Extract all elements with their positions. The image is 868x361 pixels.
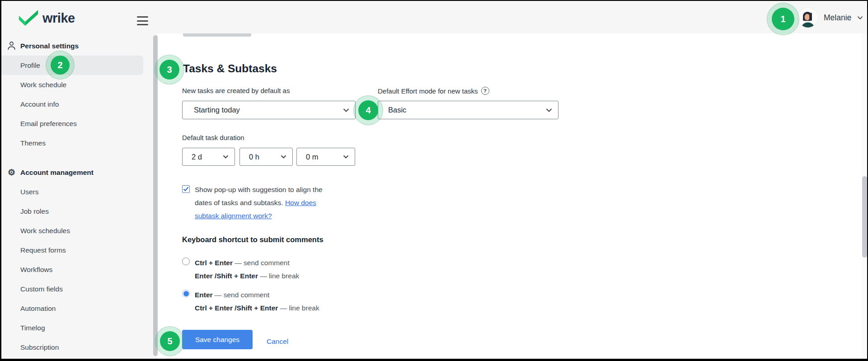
page-title: Tasks & Subtasks	[183, 62, 277, 75]
annotation-badge-2: 2	[46, 51, 75, 80]
sidebar-item-email-preferences[interactable]: Email preferences	[1, 114, 143, 133]
new-tasks-default-label: New tasks are created by default as	[182, 87, 290, 94]
sidebar-item-subscription[interactable]: Subscription	[1, 338, 143, 357]
chevron-down-icon	[343, 108, 349, 112]
subtask-alignment-link[interactable]: subtask alignment work?	[195, 212, 272, 220]
wrike-logo-text: wrike	[42, 12, 75, 25]
chevron-down-icon	[223, 155, 229, 159]
sidebar-item-work-schedule[interactable]: Work schedule	[1, 75, 143, 94]
effort-mode-label-row: Default Effort mode for new tasks ?	[378, 87, 489, 95]
person-icon	[7, 41, 16, 51]
help-icon[interactable]: ?	[481, 87, 489, 95]
chevron-down-icon	[546, 108, 552, 112]
duration-days-select[interactable]: 2 d	[182, 148, 235, 166]
user-menu[interactable]: Melanie	[798, 8, 863, 28]
duration-hours-select[interactable]: 0 h	[239, 148, 293, 166]
user-avatar	[798, 8, 818, 28]
sidebar-item-work-schedules[interactable]: Work schedules	[1, 221, 143, 240]
page-scrollbar[interactable]	[862, 176, 867, 258]
annotation-badge-1: 1	[767, 3, 799, 35]
menu-hamburger-icon[interactable]	[137, 16, 148, 25]
sidebar-section-personal-settings: Personal settings	[1, 36, 143, 56]
align-dates-checkbox-label: Show pop-up with suggestion to align the…	[195, 183, 348, 222]
partially-scrolled-control	[183, 33, 251, 37]
gear-icon: ⚙	[8, 168, 15, 177]
new-tasks-default-select[interactable]: Starting today	[182, 101, 356, 119]
user-name: Melanie	[824, 13, 851, 23]
effort-mode-select[interactable]: Basic	[378, 101, 558, 119]
sidebar-item-themes[interactable]: Themes	[1, 133, 143, 153]
sidebar-item-request-forms[interactable]: Request forms	[1, 240, 143, 260]
task-duration-label: Default task duration	[182, 134, 244, 141]
annotation-badge-4: 4	[353, 95, 383, 125]
sidebar-item-users[interactable]: Users	[1, 182, 143, 202]
wrike-check-icon	[18, 10, 39, 26]
shortcut-ctrl-enter-option[interactable]: Ctrl + Enter — send comment Enter /Shift…	[195, 256, 299, 282]
annotation-badge-3: 3	[155, 55, 184, 84]
effort-mode-label: Default Effort mode for new tasks	[378, 87, 478, 95]
chevron-down-icon	[857, 16, 863, 20]
save-changes-button[interactable]: Save changes	[182, 330, 253, 349]
sidebar-item-workflows[interactable]: Workflows	[1, 260, 143, 279]
shortcut-enter-option[interactable]: Enter — send comment Ctrl + Enter /Shift…	[195, 288, 319, 314]
sidebar-section-account-management: ⚙ Account management	[1, 163, 143, 182]
shortcut-ctrl-enter-radio[interactable]	[182, 258, 190, 265]
settings-sidebar: Personal settings Profile Work schedule …	[1, 36, 143, 357]
wrike-logo[interactable]: wrike	[18, 10, 75, 26]
duration-minutes-select[interactable]: 0 m	[296, 148, 355, 166]
align-dates-checkbox[interactable]	[182, 185, 190, 193]
sidebar-item-job-roles[interactable]: Job roles	[1, 202, 143, 221]
chevron-down-icon	[281, 155, 286, 159]
chevron-down-icon	[343, 155, 349, 159]
subtask-alignment-link[interactable]: How does	[285, 199, 316, 206]
shortcut-enter-radio[interactable]	[182, 290, 190, 297]
sidebar-item-account-info[interactable]: Account info	[1, 94, 143, 114]
sidebar-item-timelog[interactable]: Timelog	[1, 318, 143, 338]
cancel-button[interactable]: Cancel	[267, 338, 288, 346]
annotation-badge-5: 5	[155, 326, 185, 356]
sidebar-item-custom-fields[interactable]: Custom fields	[1, 279, 143, 299]
app-window: wrike 1 Melanie	[0, 0, 868, 361]
content-scrollbar[interactable]	[153, 35, 158, 356]
checkmark-icon	[183, 187, 189, 192]
keyboard-shortcut-heading: Keyboard shortcut to submit comments	[182, 235, 324, 244]
sidebar-item-automation[interactable]: Automation	[1, 299, 143, 318]
